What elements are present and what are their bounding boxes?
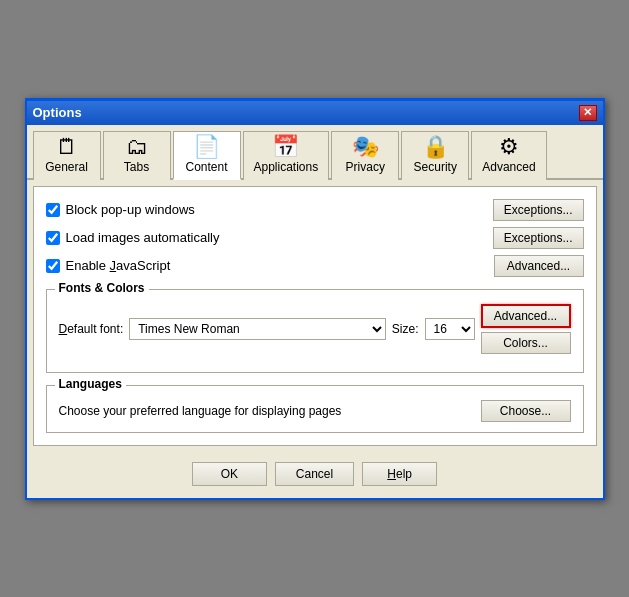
languages-section-label: Languages: [55, 377, 126, 391]
load-images-label: Load images automatically: [66, 230, 493, 245]
load-images-checkbox[interactable]: [46, 231, 60, 245]
enable-js-checkbox[interactable]: [46, 259, 60, 273]
block-popup-exceptions-button[interactable]: Exceptions...: [493, 199, 584, 221]
tab-privacy-label: Privacy: [346, 160, 385, 174]
help-button[interactable]: Help: [362, 462, 437, 486]
ok-button[interactable]: OK: [192, 462, 267, 486]
language-row: Choose your preferred language for displ…: [59, 400, 571, 422]
tab-advanced[interactable]: ⚙ Advanced: [471, 131, 546, 180]
cancel-button[interactable]: Cancel: [275, 462, 354, 486]
tab-content-label: Content: [185, 160, 227, 174]
tab-security[interactable]: 🔒 Security: [401, 131, 469, 180]
window-title: Options: [33, 105, 82, 120]
colors-button[interactable]: Colors...: [481, 332, 571, 354]
fonts-buttons: Advanced... Colors...: [481, 304, 571, 354]
tab-tabs[interactable]: 🗂 Tabs: [103, 131, 171, 180]
default-font-label: Default font:: [59, 322, 124, 336]
size-select[interactable]: 16: [425, 318, 475, 340]
languages-section: Languages Choose your preferred language…: [46, 385, 584, 433]
enable-js-label: Enable JavaScript: [66, 258, 494, 273]
fonts-advanced-button[interactable]: Advanced...: [481, 304, 571, 328]
fonts-colors-section: Fonts & Colors Default font: Times New R…: [46, 289, 584, 373]
checkboxes-section: Block pop-up windows Exceptions... Load …: [46, 199, 584, 277]
tab-tabs-label: Tabs: [124, 160, 149, 174]
choose-language-button[interactable]: Choose...: [481, 400, 571, 422]
advanced-icon: ⚙: [499, 136, 519, 158]
tabs-icon: 🗂: [126, 136, 148, 158]
tab-advanced-label: Advanced: [482, 160, 535, 174]
font-select[interactable]: Times New Roman: [129, 318, 386, 340]
title-bar: Options ✕: [27, 101, 603, 125]
tab-general-label: General: [45, 160, 88, 174]
tab-general[interactable]: 🗒 General: [33, 131, 101, 180]
tab-privacy[interactable]: 🎭 Privacy: [331, 131, 399, 180]
tab-applications-label: Applications: [254, 160, 319, 174]
footer-bar: OK Cancel Help: [27, 452, 603, 498]
fonts-section-label: Fonts & Colors: [55, 281, 149, 295]
font-row: Default font: Times New Roman Size: 16 A…: [59, 304, 571, 354]
block-popup-checkbox[interactable]: [46, 203, 60, 217]
close-button[interactable]: ✕: [579, 105, 597, 121]
tab-security-label: Security: [414, 160, 457, 174]
option-row-load-images: Load images automatically Exceptions...: [46, 227, 584, 249]
size-label: Size:: [392, 322, 419, 336]
tab-content[interactable]: 📄 Content: [173, 131, 241, 180]
language-description: Choose your preferred language for displ…: [59, 404, 481, 418]
tab-applications[interactable]: 📅 Applications: [243, 131, 330, 180]
content-panel: Block pop-up windows Exceptions... Load …: [33, 186, 597, 446]
content-icon: 📄: [193, 136, 220, 158]
block-popup-label: Block pop-up windows: [66, 202, 493, 217]
option-row-block-popup: Block pop-up windows Exceptions...: [46, 199, 584, 221]
option-row-enable-js: Enable JavaScript Advanced...: [46, 255, 584, 277]
enable-js-advanced-button[interactable]: Advanced...: [494, 255, 584, 277]
load-images-exceptions-button[interactable]: Exceptions...: [493, 227, 584, 249]
options-dialog: Options ✕ 🗒 General 🗂 Tabs 📄 Content 📅 A…: [25, 98, 605, 500]
applications-icon: 📅: [272, 136, 299, 158]
general-icon: 🗒: [56, 136, 78, 158]
tabs-bar: 🗒 General 🗂 Tabs 📄 Content 📅 Application…: [27, 125, 603, 180]
security-icon: 🔒: [422, 136, 449, 158]
privacy-icon: 🎭: [352, 136, 379, 158]
